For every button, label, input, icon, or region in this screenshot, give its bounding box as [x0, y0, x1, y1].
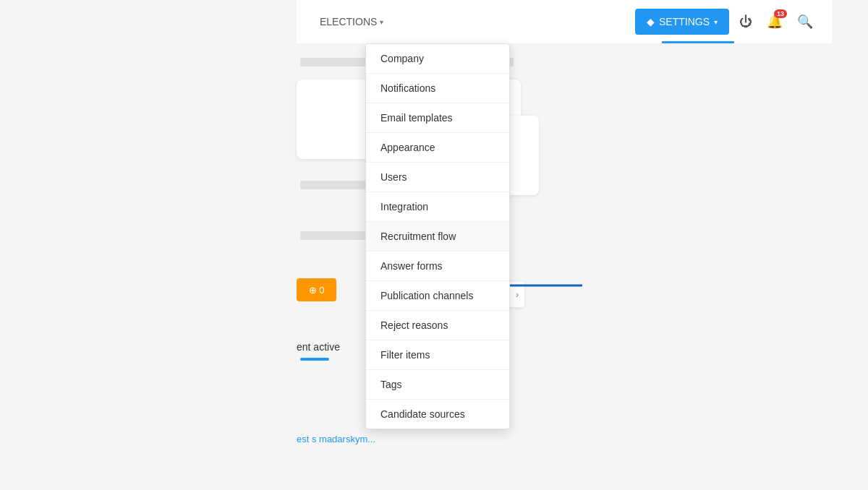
- blue-link-text[interactable]: est s madarskym...: [297, 434, 375, 444]
- right-card-2-text: ›: [516, 290, 519, 300]
- search-button[interactable]: 🔍: [793, 9, 817, 34]
- menu-item-appearance[interactable]: Appearance: [366, 133, 509, 163]
- menu-item-notifications[interactable]: Notifications: [366, 74, 509, 103]
- menu-item-recruitment-flow[interactable]: Recruitment flow: [366, 222, 509, 252]
- elections-nav[interactable]: ELECTIONS ▾: [311, 10, 392, 33]
- elections-label: ELECTIONS: [320, 16, 377, 27]
- navbar: ELECTIONS ▾ ◆ SETTINGS ▾ ⏻ 🔔 13 🔍: [297, 0, 832, 43]
- power-icon: ⏻: [739, 14, 752, 30]
- menu-item-publication-channels[interactable]: Publication channels: [366, 281, 509, 311]
- menu-item-company[interactable]: Company: [366, 44, 509, 74]
- active-text: ent active: [297, 341, 340, 353]
- menu-item-integration[interactable]: Integration: [366, 192, 509, 222]
- orange-badge: ⊕ 0: [297, 278, 336, 301]
- power-button[interactable]: ⏻: [735, 10, 757, 34]
- settings-button[interactable]: ◆ SETTINGS ▾: [635, 9, 729, 35]
- menu-item-email-templates[interactable]: Email templates: [366, 103, 509, 133]
- settings-diamond-icon: ◆: [647, 16, 655, 27]
- elections-chevron-icon: ▾: [380, 18, 383, 26]
- notification-badge: 13: [774, 9, 787, 18]
- settings-dropdown: Company Notifications Email templates Ap…: [365, 43, 510, 429]
- left-background: [0, 0, 297, 490]
- settings-active-underline: [662, 41, 734, 43]
- menu-item-answer-forms[interactable]: Answer forms: [366, 252, 509, 281]
- menu-item-reject-reasons[interactable]: Reject reasons: [366, 311, 509, 340]
- settings-label: SETTINGS: [659, 16, 710, 27]
- notification-button[interactable]: 🔔 13: [762, 9, 787, 34]
- pagination-bar: [300, 358, 329, 361]
- menu-item-users[interactable]: Users: [366, 163, 509, 192]
- menu-item-candidate-sources[interactable]: Candidate sources: [366, 400, 509, 429]
- menu-item-tags[interactable]: Tags: [366, 370, 509, 400]
- settings-chevron-icon: ▾: [714, 18, 718, 26]
- right-background: [541, 0, 868, 490]
- search-icon: 🔍: [797, 14, 813, 30]
- menu-item-filter-items[interactable]: Filter items: [366, 340, 509, 370]
